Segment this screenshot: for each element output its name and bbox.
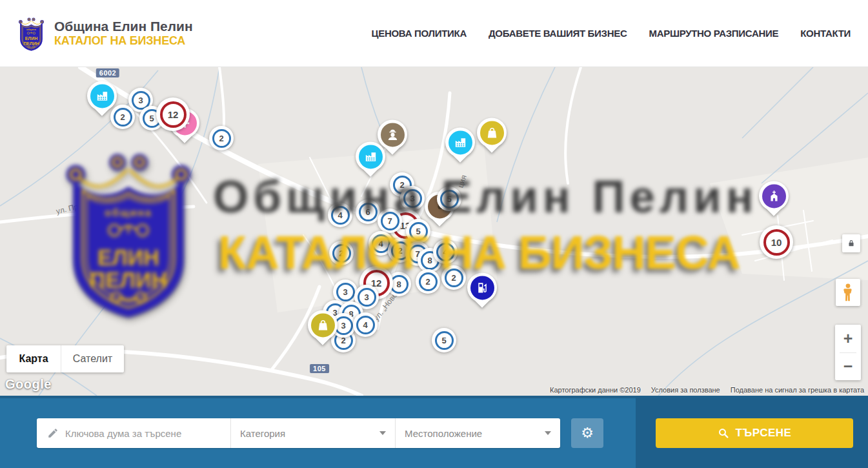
search-icon — [718, 427, 729, 439]
chevron-down-icon — [379, 431, 386, 435]
cluster-count: 3 — [336, 283, 355, 301]
cluster-count: 3 — [358, 288, 376, 307]
map-pin[interactable] — [759, 181, 789, 214]
location-select[interactable]: Местоположение — [395, 418, 560, 448]
brand-subtitle: КАТАЛОГ НА БИЗНЕСА — [54, 34, 193, 48]
map-cluster[interactable]: 4 — [433, 239, 458, 264]
cluster-count: 7 — [381, 212, 399, 230]
cluster-count: 12 — [160, 101, 187, 128]
zoom-control: + − — [835, 325, 861, 380]
map-type-map-button[interactable]: Карта — [6, 345, 61, 372]
map-cluster[interactable]: 5 — [437, 187, 461, 211]
cluster-count: 4 — [356, 316, 375, 334]
map-cluster[interactable]: 2 — [416, 269, 440, 294]
zoom-in-button[interactable]: + — [835, 325, 861, 352]
church-icon — [762, 184, 786, 208]
search-button-label: ТЪРСЕНЕ — [736, 427, 792, 440]
search-fields-group: Категория Местоположение — [37, 418, 560, 448]
factory-icon — [359, 145, 383, 168]
map-cluster[interactable]: 2 — [441, 265, 466, 290]
location-value: Местоположение — [405, 428, 482, 439]
cluster-count: 2 — [445, 269, 463, 287]
factory-icon — [449, 130, 472, 154]
municipality-seal-logo — [16, 15, 46, 52]
map-cluster[interactable]: 10 — [760, 225, 793, 259]
zoom-out-button[interactable]: − — [835, 352, 861, 380]
nav-route-schedule[interactable]: МАРШРУТНО РАЗПИСАНИЕ — [649, 28, 778, 39]
map-cluster[interactable]: 7 — [378, 209, 402, 233]
map-pin[interactable] — [356, 141, 385, 174]
search-bar: Категория Местоположение ⚙ ТЪРСЕНЕ — [0, 396, 868, 468]
google-logo[interactable]: Google — [5, 377, 52, 392]
map-cluster[interactable]: 2 — [209, 126, 234, 150]
map-type-control: Карта Сателит — [6, 345, 124, 372]
google-map[interactable]: 6002105 ул. Преславбул. „Новоселция 3251… — [0, 67, 868, 396]
map-type-satellite-button[interactable]: Сателит — [61, 345, 124, 372]
pencil-icon — [47, 427, 59, 439]
map-cluster[interactable]: 5 — [432, 328, 456, 352]
map-cluster[interactable]: 5 — [406, 219, 430, 243]
category-value: Категория — [240, 428, 285, 439]
cluster-count: 3 — [403, 189, 422, 208]
attribution-copyright: Картографски данни ©2019 — [550, 386, 641, 394]
cluster-count: 2 — [212, 129, 231, 148]
cluster-count: 10 — [763, 229, 790, 256]
cluster-count: 4 — [436, 243, 455, 261]
fuel-icon — [470, 276, 494, 300]
lock-icon — [846, 238, 856, 249]
keyword-input[interactable] — [65, 428, 223, 439]
nav-pricing-policy[interactable]: ЦЕНОВА ПОЛИТИКА — [372, 28, 467, 39]
pegman-icon — [840, 283, 856, 302]
brand-title: Община Елин Пелин — [54, 19, 193, 34]
map-pin[interactable] — [87, 81, 117, 114]
gear-icon: ⚙ — [581, 425, 594, 442]
map-cluster[interactable]: 4 — [328, 203, 352, 227]
nav-add-your-business[interactable]: ДОБАВЕТЕ ВАШИЯТ БИЗНЕС — [489, 28, 627, 39]
main-nav: ЦЕНОВА ПОЛИТИКА ДОБАВЕТЕ ВАШИЯТ БИЗНЕС М… — [372, 28, 851, 39]
map-pin[interactable] — [308, 310, 338, 343]
cluster-count: 5 — [440, 190, 459, 209]
lock-button[interactable] — [842, 234, 860, 252]
nav-contacts[interactable]: КОНТАКТИ — [800, 28, 851, 39]
map-cluster[interactable]: 12 — [156, 97, 190, 131]
attribution-report-link[interactable]: Подаване на сигнал за грешка в картата — [731, 386, 864, 394]
cluster-count: 5 — [435, 331, 454, 350]
map-cluster[interactable]: 2 — [329, 241, 354, 265]
site-header: Община Елин Пелин КАТАЛОГ НА БИЗНЕСА ЦЕН… — [0, 0, 868, 67]
chevron-down-icon — [545, 431, 551, 435]
map-pin[interactable] — [445, 127, 475, 160]
keyword-field[interactable] — [37, 418, 230, 448]
shopping-bag-icon — [480, 121, 504, 145]
cluster-count: 4 — [331, 206, 350, 225]
search-button[interactable]: ТЪРСЕНЕ — [656, 418, 853, 448]
map-pin[interactable] — [477, 117, 507, 150]
cluster-count: 2 — [419, 272, 438, 291]
map-attribution: Картографски данни ©2019 Условия за полз… — [550, 386, 864, 394]
brand[interactable]: Община Елин Пелин КАТАЛОГ НА БИЗНЕСА — [16, 15, 193, 52]
cluster-count: 5 — [409, 222, 428, 241]
category-select[interactable]: Категория — [230, 418, 395, 448]
pegman-control[interactable] — [836, 279, 860, 306]
map-markers-layer: 325122235461375422784228123338234510 — [0, 67, 868, 396]
cluster-count: 6 — [359, 203, 378, 221]
cluster-count: 2 — [332, 244, 351, 263]
advanced-settings-button[interactable]: ⚙ — [571, 418, 603, 448]
map-cluster[interactable]: 3 — [400, 186, 425, 210]
map-cluster[interactable]: 4 — [353, 312, 378, 337]
map-pin[interactable] — [467, 272, 497, 305]
factory-icon — [90, 84, 114, 108]
attribution-terms-link[interactable]: Условия за ползване — [651, 386, 720, 394]
map-cluster[interactable]: 6 — [356, 199, 380, 224]
shopping-bag-icon — [311, 313, 335, 337]
